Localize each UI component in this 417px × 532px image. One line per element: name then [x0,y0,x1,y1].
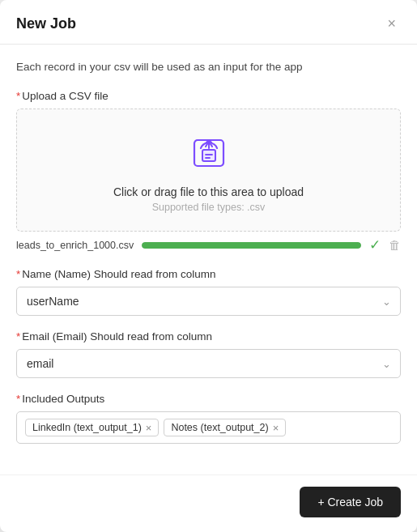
upload-dropzone[interactable]: Click or drag file to this area to uploa… [16,109,401,232]
required-star-3: * [16,330,20,343]
check-icon: ✓ [369,236,381,253]
modal-header: New Job × [0,0,417,45]
name-label: *Name (Name) Should read from column [16,268,401,280]
tag-linkedin-close[interactable]: × [146,423,152,433]
tag-linkedin: LinkedIn (text_output_1) × [25,419,159,436]
email-label: *Email (Email) Should read from column [16,330,401,343]
tag-notes: Notes (text_output_2) × [164,419,286,436]
required-star-2: * [16,268,20,280]
modal-body: Each record in your csv will be used as … [0,45,417,475]
upload-icon [188,132,230,177]
file-row: leads_to_enrich_1000.csv ✓ 🗑 [16,236,401,253]
upload-label: *Upload a CSV file [16,90,401,102]
upload-main-text: Click or drag file to this area to uploa… [113,185,304,198]
email-select-wrapper: email emailAddress mail ⌄ [16,349,401,378]
progress-bar-fill [142,242,361,249]
tag-notes-close[interactable]: × [273,423,279,433]
instruction-text: Each record in your csv will be used as … [16,59,401,75]
upload-section: *Upload a CSV file Click or drag f [16,90,401,253]
tag-linkedin-label: LinkedIn (text_output_1) [32,422,142,433]
outputs-section: *Included Outputs LinkedIn (text_output_… [16,393,401,444]
progress-bar-container [142,242,361,249]
svg-rect-1 [202,150,215,161]
new-job-modal: New Job × Each record in your csv will b… [0,0,417,532]
email-select[interactable]: email emailAddress mail [16,349,401,378]
modal-footer: + Create Job [0,475,417,532]
required-star: * [16,90,20,102]
tags-container[interactable]: LinkedIn (text_output_1) × Notes (text_o… [16,411,401,444]
modal-title: New Job [16,15,76,32]
name-select-wrapper: userName name fullName ⌄ [16,287,401,316]
file-name: leads_to_enrich_1000.csv [16,240,134,251]
name-section: *Name (Name) Should read from column use… [16,268,401,316]
tag-notes-label: Notes (text_output_2) [171,422,268,433]
create-job-button[interactable]: + Create Job [300,487,401,517]
name-select[interactable]: userName name fullName [16,287,401,316]
close-button[interactable]: × [382,15,401,32]
required-star-4: * [16,393,20,405]
upload-sub-text: Supported file types: .csv [152,202,266,213]
outputs-label: *Included Outputs [16,393,401,405]
delete-file-button[interactable]: 🗑 [389,238,401,252]
email-section: *Email (Email) Should read from column e… [16,330,401,378]
